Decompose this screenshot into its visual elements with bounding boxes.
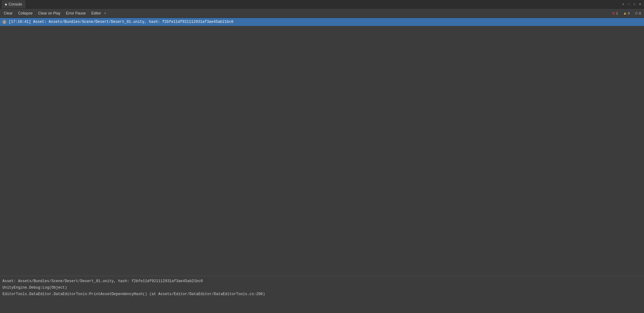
warn-badge-button[interactable]: ▲ 0 (621, 10, 632, 17)
info-badge-icon: ⊘ (635, 11, 638, 15)
collapse-button[interactable]: Collapse (16, 10, 35, 17)
editor-dropdown-arrow: ▾ (104, 12, 106, 15)
log-entry-text: [17:10:41] Asset: Assets/Bundles/Scene/D… (9, 20, 233, 24)
console-main: i [17:10:41] Asset: Assets/Bundles/Scene… (0, 18, 644, 313)
editor-button[interactable]: Editor (89, 10, 103, 17)
maximize-button[interactable]: □ (632, 2, 637, 6)
detail-panel: Asset: Assets/Bundles/Scene/Desert/Deser… (0, 276, 644, 313)
error-badge-button[interactable]: ⊘ 1 (610, 10, 620, 17)
detail-line-3: EditorTools.DataEditor.DataEditorTools:P… (2, 291, 642, 298)
console-window: ■ Console ≡ ─ □ ✕ Clear Collapse Clear o… (0, 0, 644, 313)
warn-badge-count: 0 (628, 11, 630, 15)
editor-dropdown[interactable]: Editor ▾ (89, 10, 106, 17)
menu-icon[interactable]: ≡ (621, 2, 625, 6)
close-button[interactable]: ✕ (638, 2, 642, 6)
error-pause-button[interactable]: Error Pause (63, 10, 88, 17)
info-icon: i (2, 20, 6, 24)
warn-badge-icon: ▲ (623, 11, 627, 15)
log-list[interactable]: i [17:10:41] Asset: Assets/Bundles/Scene… (0, 18, 644, 275)
clear-button[interactable]: Clear (1, 10, 15, 17)
window-controls: ≡ ─ □ ✕ (621, 2, 642, 6)
info-badge-button[interactable]: ⊘ 0 (633, 10, 643, 17)
console-toolbar: Clear Collapse Clear on Play Error Pause… (0, 9, 644, 18)
error-badge-icon: ⊘ (612, 11, 615, 15)
detail-line-1: Asset: Assets/Bundles/Scene/Desert/Deser… (2, 278, 642, 285)
info-badge-count: 0 (639, 11, 641, 15)
minimize-button[interactable]: ─ (627, 2, 631, 6)
log-entry-icon: i (2, 19, 7, 24)
title-bar: ■ Console ≡ ─ □ ✕ (0, 0, 644, 9)
clear-on-play-button[interactable]: Clear on Play (36, 10, 63, 17)
console-tab-label: Console (9, 2, 22, 6)
badge-area: ⊘ 1 ▲ 0 ⊘ 0 (610, 10, 643, 17)
detail-line-2: UnityEngine.Debug:Log(Object) (2, 285, 642, 291)
console-tab[interactable]: ■ Console (2, 0, 25, 8)
error-badge-count: 1 (616, 11, 618, 15)
console-tab-icon: ■ (5, 2, 7, 6)
log-entry[interactable]: i [17:10:41] Asset: Assets/Bundles/Scene… (0, 18, 644, 26)
